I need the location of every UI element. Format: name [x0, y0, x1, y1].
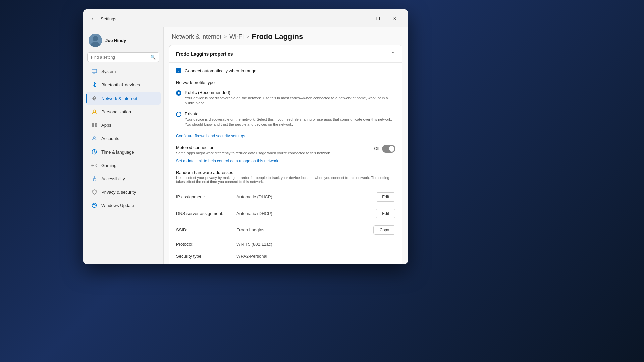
breadcrumb-network[interactable]: Network & internet	[172, 33, 221, 40]
sidebar-label-accounts: Accounts	[101, 136, 119, 141]
breadcrumb: Network & internet > Wi-Fi > Frodo Laggi…	[164, 27, 408, 45]
ssid-label: SSID:	[176, 227, 236, 232]
security-label: Security type:	[176, 254, 236, 259]
search-box[interactable]: 🔍	[87, 52, 159, 62]
security-row: Security type: WPA2-Personal	[176, 250, 395, 262]
personalization-icon	[91, 109, 97, 115]
username: Joe Hindy	[105, 38, 126, 43]
dns-value: Automatic (DHCP)	[236, 211, 376, 216]
sidebar-label-time: Time & language	[101, 149, 134, 155]
protocol-label: Protocol:	[176, 242, 236, 247]
svg-point-16	[95, 165, 96, 165]
private-title: Private	[185, 111, 395, 116]
titlebar-left: ← Settings	[89, 14, 116, 23]
collapse-button[interactable]: ⌃	[391, 51, 395, 57]
svg-line-21	[93, 179, 94, 181]
security-value: WPA2-Personal	[236, 254, 395, 259]
svg-rect-9	[92, 125, 94, 127]
content-area: Frodo Laggins properties ⌃ ✓ Connect aut…	[164, 45, 408, 264]
metered-info: Metered connection Some apps might work …	[176, 145, 330, 155]
dns-row: DNS server assignment: Automatic (DHCP) …	[176, 205, 395, 222]
private-option[interactable]: Private Your device is discoverable on t…	[176, 111, 395, 127]
ip-edit-button[interactable]: Edit	[376, 192, 395, 202]
toggle-label: Off	[374, 146, 379, 151]
metered-title: Metered connection	[176, 145, 330, 150]
public-radio[interactable]	[176, 90, 181, 96]
sidebar-item-accounts[interactable]: Accounts	[86, 132, 161, 145]
private-text: Private Your device is discoverable on t…	[185, 111, 395, 127]
section-content: ✓ Connect automatically when in range Ne…	[169, 63, 402, 264]
system-icon	[91, 68, 97, 74]
sidebar-item-update[interactable]: Windows Update	[86, 199, 161, 212]
sidebar-label-accessibility: Accessibility	[101, 176, 125, 181]
svg-rect-3	[92, 69, 97, 73]
titlebar: ← Settings — ❐ ✕	[83, 9, 408, 27]
search-icon: 🔍	[150, 55, 156, 60]
ssid-actions: Copy	[373, 225, 395, 235]
dns-actions: Edit	[376, 209, 395, 218]
sidebar-item-gaming[interactable]: Gaming	[86, 159, 161, 172]
search-input[interactable]	[91, 55, 148, 60]
public-text: Public (Recommended) Your device is not …	[185, 90, 395, 106]
random-hw-row: Random hardware addresses Help protect y…	[176, 170, 395, 184]
svg-rect-8	[95, 123, 97, 125]
svg-line-22	[95, 179, 95, 181]
sidebar-label-privacy: Privacy & security	[101, 190, 136, 195]
public-desc: Your device is not discoverable on the n…	[185, 96, 395, 106]
avatar	[89, 34, 102, 47]
svg-point-18	[94, 177, 95, 178]
private-desc: Your device is discoverable on the netwo…	[185, 117, 395, 127]
dns-label: DNS server assignment:	[176, 211, 236, 216]
firewall-link[interactable]: Configure firewall and security settings	[176, 134, 245, 138]
sidebar-item-time[interactable]: Time & language	[86, 145, 161, 158]
private-radio[interactable]	[176, 112, 181, 117]
sidebar-item-accessibility[interactable]: Accessibility	[86, 172, 161, 185]
ssid-copy-button[interactable]: Copy	[373, 225, 395, 235]
metered-desc: Some apps might work differently to redu…	[176, 151, 330, 155]
profile-type-label: Network profile type	[176, 80, 395, 85]
protocol-row: Protocol: Wi-Fi 5 (802.11ac)	[176, 238, 395, 250]
public-option[interactable]: Public (Recommended) Your device is not …	[176, 90, 395, 106]
random-hw-info: Random hardware addresses Help protect y…	[176, 170, 395, 184]
connect-auto-label: Connect automatically when in range	[185, 68, 256, 73]
minimize-button[interactable]: —	[354, 13, 369, 24]
random-hw-desc: Help protect your privacy by making it h…	[176, 176, 395, 184]
svg-point-6	[93, 110, 96, 112]
breadcrumb-sep-2: >	[246, 34, 249, 39]
bluetooth-icon	[91, 82, 97, 88]
sidebar-item-system[interactable]: System	[86, 65, 161, 78]
sidebar: Joe Hindy 🔍 System	[83, 27, 164, 264]
time-icon	[91, 149, 97, 155]
sidebar-item-personalization[interactable]: Personalization	[86, 105, 161, 118]
ssid-row: SSID: Frodo Laggins Copy	[176, 222, 395, 238]
svg-point-17	[96, 165, 96, 166]
back-button[interactable]: ←	[89, 14, 98, 23]
data-limit-link[interactable]: Set a data limit to help control data us…	[176, 159, 278, 163]
ssid-value: Frodo Laggins	[236, 227, 373, 232]
protocol-value: Wi-Fi 5 (802.11ac)	[236, 242, 395, 247]
window-body: Joe Hindy 🔍 System	[83, 27, 408, 264]
sidebar-item-network[interactable]: Network & internet	[86, 92, 161, 105]
sidebar-label-apps: Apps	[101, 123, 111, 128]
close-button[interactable]: ✕	[387, 13, 402, 24]
svg-rect-10	[95, 125, 97, 127]
random-hw-title: Random hardware addresses	[176, 170, 395, 175]
breadcrumb-wifi[interactable]: Wi-Fi	[229, 33, 244, 40]
connect-auto-checkbox[interactable]: ✓	[176, 68, 181, 73]
main-content: Network & internet > Wi-Fi > Frodo Laggi…	[164, 27, 408, 264]
ip-actions: Edit	[376, 192, 395, 202]
sidebar-item-apps[interactable]: Apps	[86, 119, 161, 131]
maximize-button[interactable]: ❐	[370, 13, 386, 24]
svg-point-1	[93, 36, 98, 41]
svg-point-23	[92, 203, 97, 208]
accounts-icon	[91, 135, 97, 141]
ip-row: IP assignment: Automatic (DHCP) Edit	[176, 189, 395, 205]
dns-edit-button[interactable]: Edit	[376, 209, 395, 218]
apps-icon	[91, 122, 97, 128]
sidebar-item-privacy[interactable]: Privacy & security	[86, 186, 161, 198]
breadcrumb-sep-1: >	[224, 34, 227, 39]
toggle-switch[interactable]	[382, 145, 395, 153]
sidebar-item-bluetooth[interactable]: Bluetooth & devices	[86, 78, 161, 91]
sidebar-label-system: System	[101, 69, 116, 74]
info-grid: IP assignment: Automatic (DHCP) Edit DNS…	[176, 189, 395, 264]
